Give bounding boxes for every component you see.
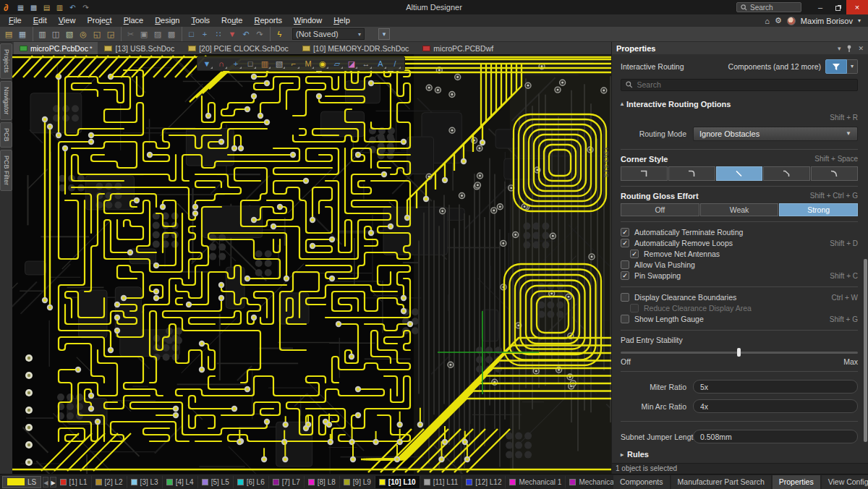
panel-tab[interactable]: Components	[613, 475, 670, 489]
panel-close-icon[interactable]: ✕	[858, 45, 864, 52]
toolbar-icon[interactable]: ∷	[212, 27, 225, 41]
toolbar-icon[interactable]: ↶	[239, 27, 252, 41]
layer-tab[interactable]: [11] L11	[420, 476, 463, 488]
checkbox-row[interactable]: ✓ Reduce Clearance Display Area	[621, 303, 858, 314]
gloss-effort-option[interactable]: Strong	[779, 203, 858, 216]
checkbox-row[interactable]: ✓ Show Length Gauge Shift + G	[621, 314, 858, 325]
pad-entry-slider[interactable]	[621, 347, 858, 356]
user-menu[interactable]: Maxim Borisov	[801, 17, 853, 25]
toolbar-icon[interactable]: ✂	[121, 27, 137, 41]
document-tab[interactable]: microPC.PCBDwf	[417, 42, 501, 54]
subnet-jumper-input[interactable]	[693, 430, 858, 443]
layer-scroll-left-button[interactable]: ◀	[43, 477, 48, 488]
left-panel-tab[interactable]: Navigator	[0, 81, 12, 121]
left-panel-tab[interactable]: Projects	[0, 43, 12, 79]
layer-tab[interactable]: Mechanical 2	[566, 476, 613, 488]
titlebar-tool-icon[interactable]: ▦	[14, 4, 27, 12]
toolbar-icon[interactable]: ▦	[16, 27, 29, 41]
layer-tab[interactable]: [6] L6	[234, 476, 269, 488]
layer-scroll-right-button[interactable]: ▶	[50, 477, 56, 488]
toolbar-icon[interactable]: ◱	[90, 27, 103, 41]
toolbar-icon[interactable]: ◫	[49, 27, 62, 41]
toolbar-icon[interactable]: ◲	[104, 27, 117, 41]
home-icon[interactable]: ⌂	[765, 17, 770, 25]
checkbox-row[interactable]: ✓ Automatically Remove Loops Shift + D	[621, 238, 858, 249]
settings-gear-icon[interactable]: ⚙	[775, 16, 782, 25]
toolbar-icon[interactable]: ▼	[226, 27, 239, 41]
menu-item[interactable]: Design	[149, 14, 185, 27]
checkbox[interactable]: ✓	[630, 250, 639, 258]
toolbar-icon[interactable]: □	[182, 27, 197, 41]
layer-tab[interactable]: [1] L1	[56, 476, 92, 488]
overlay-tool-icon[interactable]: ⌐	[286, 57, 301, 70]
corner-style-option-90-rounded[interactable]	[668, 166, 715, 181]
search-input[interactable]	[637, 80, 854, 89]
slider-thumb[interactable]	[737, 348, 741, 357]
titlebar-tool-icon[interactable]: ↶	[66, 4, 79, 12]
overlay-tool-icon[interactable]: A	[373, 57, 388, 70]
overlay-tool-icon[interactable]: ◪	[344, 57, 359, 70]
titlebar-tool-icon[interactable]: ▤	[40, 4, 53, 12]
overlay-tool-icon[interactable]: ◉	[315, 57, 330, 70]
pin-icon[interactable]	[846, 45, 852, 52]
checkbox-row[interactable]: ✓ Remove Net Antennas	[621, 249, 858, 260]
menu-item[interactable]: Place	[118, 14, 150, 27]
layer-tab[interactable]: [9] L9	[340, 476, 375, 488]
layer-tab[interactable]: [5] L5	[198, 476, 234, 488]
overlay-tool-icon[interactable]: ∩	[214, 57, 229, 70]
overlay-tool-icon[interactable]: ▱	[330, 57, 344, 70]
menu-item[interactable]: Window	[288, 14, 328, 27]
checkbox-row[interactable]: ✓ Allow Via Pushing	[621, 260, 858, 271]
menu-item[interactable]: Edit	[27, 14, 53, 27]
menu-item[interactable]: File	[3, 14, 27, 27]
checkbox[interactable]: ✓	[621, 228, 629, 237]
properties-search[interactable]	[621, 79, 858, 91]
global-search-input[interactable]: Search	[736, 2, 801, 12]
layer-tab[interactable]: [3] L3	[127, 476, 163, 488]
document-tab[interactable]: [10] MEMORY-DDR.SchDoc	[297, 42, 416, 54]
layer-tab[interactable]: Mechanical 1	[506, 476, 566, 488]
checkbox[interactable]: ✓	[621, 271, 629, 280]
panel-scrollbar[interactable]	[864, 165, 867, 459]
overlay-tool-icon[interactable]: □	[243, 57, 258, 70]
toolbar-icon[interactable]: ▨	[151, 27, 164, 41]
ratio-input[interactable]	[693, 399, 858, 413]
layer-tab[interactable]: [4] L4	[163, 476, 198, 488]
titlebar-tool-icon[interactable]: ▩	[27, 4, 40, 12]
overlay-tool-icon[interactable]: ▧	[272, 57, 286, 70]
overlay-tool-icon[interactable]: +	[229, 57, 243, 70]
gloss-effort-option[interactable]: Weak	[700, 203, 779, 216]
titlebar-tool-icon[interactable]: ▥	[53, 4, 66, 12]
gloss-effort-option[interactable]: Off	[621, 203, 699, 216]
menu-item[interactable]: Help	[328, 14, 356, 27]
scrollbar-thumb[interactable]	[864, 259, 867, 441]
close-button[interactable]: ×	[846, 0, 868, 14]
document-tab[interactable]: [13] USB.SchDoc	[98, 42, 182, 54]
pcb-canvas[interactable]: +3V3-SYS ▼∩+□▥▧⌐M◉▱◪↔A/	[12, 54, 611, 474]
user-avatar[interactable]	[787, 17, 796, 25]
menu-item[interactable]: Project	[81, 14, 117, 27]
minimize-button[interactable]: –	[812, 0, 829, 14]
menu-item[interactable]: Route	[216, 14, 248, 27]
panel-tab[interactable]: Properties	[773, 475, 820, 489]
overlay-tool-icon[interactable]: ▥	[258, 57, 272, 70]
toolbar-icon[interactable]: ↷	[253, 27, 266, 41]
restore-button[interactable]	[829, 0, 846, 14]
toolbar-icon[interactable]: ◎	[77, 27, 90, 41]
menu-item[interactable]: Reports	[248, 14, 288, 27]
ratio-input[interactable]	[693, 380, 858, 394]
document-tab[interactable]: [20] PCIE CLOCK.SchDoc	[182, 42, 296, 54]
layer-tab[interactable]: [10] L10	[375, 476, 420, 488]
variant-combo[interactable]: (Not Saved) ▾	[292, 28, 365, 40]
left-panel-tab[interactable]: PCB	[0, 122, 12, 148]
checkbox[interactable]: ✓	[621, 315, 629, 323]
toolbar-icon[interactable]: ▤	[2, 27, 15, 41]
variant-dropdown-button[interactable]: ▾	[378, 28, 390, 40]
layer-tab[interactable]: [7] L7	[269, 476, 305, 488]
panel-menu-caret-icon[interactable]: ▾	[838, 45, 841, 52]
menu-item[interactable]: View	[53, 14, 82, 27]
routing-mode-dropdown[interactable]: Ignore Obstacles ▼	[693, 127, 858, 141]
menu-item[interactable]: Tools	[185, 14, 216, 27]
toolbar-icon[interactable]: ▧	[63, 27, 76, 41]
titlebar-tool-icon[interactable]: ↷	[79, 4, 92, 12]
